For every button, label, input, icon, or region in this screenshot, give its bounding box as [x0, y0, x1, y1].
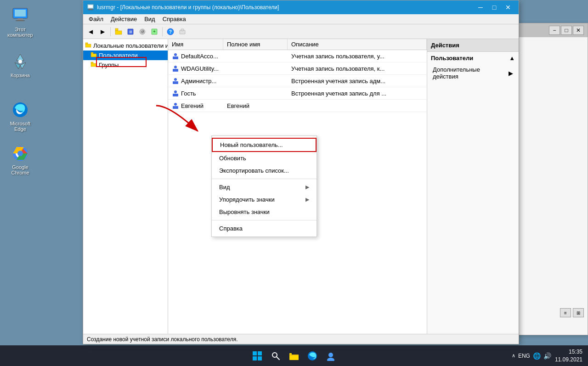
list-row-2[interactable]: Администр... Встроенная учетная запись а… — [168, 75, 427, 87]
actions-more-item[interactable]: Дополнительные действия ▶ — [427, 64, 519, 82]
desktop-icon-computer[interactable]: Этоткомпьютер — [4, 5, 37, 39]
col-header-name[interactable]: Имя — [168, 39, 223, 50]
sys-tray: ∧ ENG 🌐 🔊 — [512, 352, 551, 360]
menu-help[interactable]: Справка — [159, 15, 190, 23]
taskbar-start-button[interactable] — [250, 349, 265, 363]
list-row-0[interactable]: DefaultAcco... Учетная запись пользовате… — [168, 50, 427, 62]
svg-rect-31 — [91, 54, 96, 57]
desktop-icon-chrome[interactable]: GoogleChrome — [4, 142, 37, 177]
user-fullname-2 — [223, 80, 288, 82]
menu-view[interactable]: Вид — [141, 15, 159, 23]
col-header-fullname[interactable]: Полное имя — [223, 39, 288, 50]
taskbar-edge-button[interactable] — [305, 349, 320, 363]
clock-date: 11.09.2021 — [555, 356, 582, 364]
user-desc-2: Встроенная учетная запись адм... — [288, 77, 427, 85]
ctx-arrange[interactable]: Упорядочить значки ▶ — [212, 193, 317, 206]
svg-rect-37 — [173, 69, 178, 72]
toolbar-help[interactable]: ? — [165, 26, 176, 37]
user-desc-4 — [288, 105, 427, 107]
svg-rect-29 — [85, 44, 91, 47]
lang-indicator[interactable]: ENG — [518, 353, 530, 359]
toolbar-back[interactable]: ◀ — [85, 26, 96, 37]
tree-item-users[interactable]: Пользователи — [83, 51, 168, 60]
taskbar-profile-button[interactable] — [323, 349, 338, 363]
svg-rect-35 — [173, 56, 178, 59]
taskbar-center — [250, 349, 338, 363]
tree-root[interactable]: Локальные пользователи и гр... — [83, 41, 168, 51]
user-name-2: Администр... — [168, 76, 223, 85]
ctx-refresh[interactable]: Обновить — [212, 152, 317, 164]
close-button[interactable]: ✕ — [501, 0, 515, 14]
actions-collapse-icon[interactable]: ▲ — [509, 55, 515, 62]
toolbar-sep-2 — [162, 27, 163, 36]
svg-rect-39 — [173, 81, 178, 84]
toolbar-btn2[interactable]: ⊞ — [125, 26, 136, 37]
bg-close-btn[interactable]: ✕ — [573, 26, 584, 35]
volume-icon[interactable]: 🔊 — [543, 352, 551, 360]
clock-time: 15:35 — [555, 348, 582, 356]
desktop-icon-edge[interactable]: MicrosoftEdge — [4, 99, 37, 134]
column-headers: Имя Полное имя Описание — [168, 39, 427, 50]
svg-rect-45 — [253, 351, 257, 355]
view-toggle-list[interactable]: ≡ — [560, 308, 571, 317]
taskbar-clock[interactable]: 15:35 11.09.2021 — [555, 348, 582, 364]
svg-rect-16 — [115, 28, 118, 31]
taskbar-explorer-button[interactable] — [287, 349, 301, 363]
tree-users-icon — [90, 51, 97, 59]
svg-point-55 — [328, 353, 333, 357]
bg-minimize-btn[interactable]: − — [549, 26, 560, 35]
user-fullname-4: Евгений — [223, 101, 288, 110]
ctx-view-arrow: ▶ — [305, 184, 309, 190]
chrome-icon — [11, 144, 29, 163]
toolbar-btn4[interactable]: + — [149, 26, 160, 37]
user-icon-3 — [172, 90, 179, 97]
ctx-new-user[interactable]: Новый пользователь... — [212, 138, 317, 152]
svg-rect-33 — [91, 63, 96, 67]
bg-maximize-btn[interactable]: □ — [561, 26, 572, 35]
svg-rect-1 — [15, 10, 26, 17]
maximize-button[interactable]: □ — [487, 0, 501, 14]
search-icon — [271, 351, 280, 360]
desktop-icon-recycle[interactable]: Корзина — [4, 51, 37, 80]
ctx-help[interactable]: Справка — [212, 222, 317, 235]
svg-marker-6 — [15, 62, 20, 69]
window-title: lusrmgr - [Локальные пользователи и груп… — [97, 4, 279, 11]
actions-title: Действия — [427, 39, 519, 52]
ctx-arrange-arrow: ▶ — [305, 197, 309, 203]
tree-users-label: Пользователи — [99, 52, 138, 59]
user-name-0: DefaultAcco... — [168, 51, 223, 61]
list-row-4[interactable]: Евгений Евгений — [168, 100, 427, 112]
svg-text:+: + — [153, 29, 156, 34]
list-row-3[interactable]: Гость Встроенная учетная запись для ... — [168, 87, 427, 100]
ctx-align[interactable]: Выровнять значки — [212, 206, 317, 218]
window-controls: ─ □ ✕ — [474, 0, 515, 14]
recycle-icon — [11, 52, 29, 71]
view-toggle-grid[interactable]: ⊞ — [573, 308, 584, 317]
minimize-button[interactable]: ─ — [474, 0, 487, 14]
tree-item-groups[interactable]: Группы — [83, 60, 168, 70]
tree-groups-icon — [90, 61, 97, 69]
actions-arrow-icon: ▶ — [509, 70, 513, 77]
svg-point-11 — [17, 151, 23, 156]
ctx-view[interactable]: Вид ▶ — [212, 181, 317, 193]
user-name-4: Евгений — [168, 101, 223, 110]
ctx-export[interactable]: Экспортировать список... — [212, 164, 317, 177]
toolbar-btn3[interactable]: ↺ — [137, 26, 148, 37]
toolbar-up[interactable] — [113, 26, 124, 37]
taskbar-right: ∧ ENG 🌐 🔊 15:35 11.09.2021 — [512, 348, 582, 364]
profile-icon — [326, 351, 336, 361]
menu-file[interactable]: Файл — [85, 15, 107, 23]
tray-chevron[interactable]: ∧ — [512, 353, 515, 359]
user-desc-3: Встроенная учетная запись для ... — [288, 89, 427, 98]
context-menu: Новый пользователь... Обновить Экспортир… — [211, 135, 317, 237]
actions-section-title: Пользователи ▲ — [427, 52, 519, 64]
svg-point-7 — [18, 60, 22, 63]
title-bar: lusrmgr - [Локальные пользователи и груп… — [83, 0, 519, 14]
network-icon[interactable]: 🌐 — [533, 352, 541, 360]
taskbar-search-button[interactable] — [268, 349, 283, 363]
toolbar-btn5[interactable] — [177, 26, 188, 37]
list-row-1[interactable]: WDAGUtility... Учетная запись пользовате… — [168, 62, 427, 75]
col-header-desc[interactable]: Описание — [288, 39, 427, 50]
toolbar-forward[interactable]: ▶ — [97, 26, 108, 37]
menu-action[interactable]: Действие — [107, 15, 141, 23]
